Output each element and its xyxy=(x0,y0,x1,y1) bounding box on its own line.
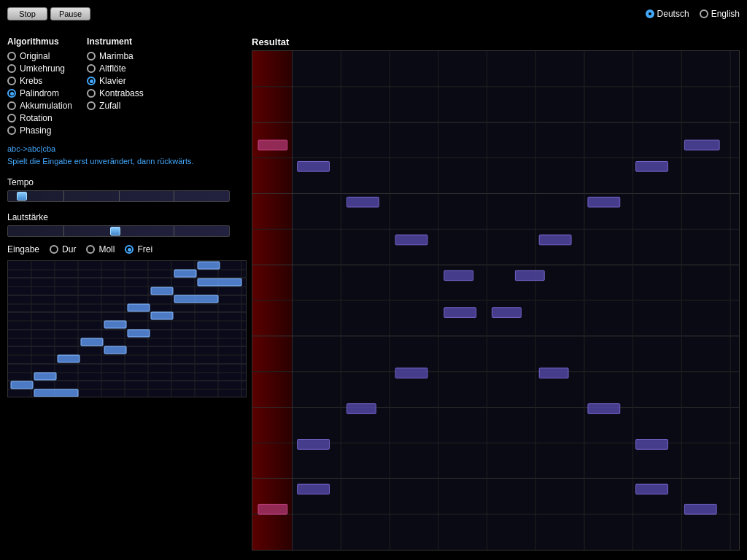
algo-rotation-radio[interactable] xyxy=(7,114,16,122)
input-note[interactable] xyxy=(104,346,126,354)
input-note[interactable] xyxy=(198,279,241,286)
instr-kontrabass[interactable]: Kontrabass xyxy=(87,88,144,98)
algorithmus-options: Original Umkehrung Krebs Palindrom Akkum… xyxy=(7,51,72,136)
algo-phasing-radio[interactable] xyxy=(7,126,16,135)
algo-palindrom[interactable]: Palindrom xyxy=(7,88,72,98)
input-note[interactable] xyxy=(11,381,33,389)
eingabe-label: Eingabe xyxy=(7,244,39,254)
mode-dur[interactable]: Dur xyxy=(50,244,76,254)
result-note xyxy=(588,197,620,207)
input-note[interactable] xyxy=(58,355,80,362)
algo-krebs[interactable]: Krebs xyxy=(7,76,72,86)
result-note xyxy=(636,440,668,450)
algo-akkumulation-radio[interactable] xyxy=(7,101,16,110)
lang-deutsch[interactable]: Deutsch xyxy=(646,9,689,19)
left-panel: Algorithmus Original Umkehrung Krebs Pal… xyxy=(7,36,248,553)
transport-controls: Stop Pause xyxy=(7,7,90,20)
result-note xyxy=(684,140,719,150)
top-bar: Stop Pause Deutsch English xyxy=(7,7,740,20)
algo-original[interactable]: Original xyxy=(7,51,72,61)
mode-moll-label: Moll xyxy=(98,244,115,254)
instr-marimba-radio[interactable] xyxy=(87,52,96,61)
input-note[interactable] xyxy=(128,330,150,337)
description-formula: abc->abc|cba xyxy=(7,143,248,155)
instr-kontrabass-label: Kontrabass xyxy=(99,88,144,98)
input-note[interactable] xyxy=(174,270,196,277)
instr-altfloete-radio[interactable] xyxy=(87,64,96,73)
algo-krebs-radio[interactable] xyxy=(7,77,16,85)
stop-button[interactable]: Stop xyxy=(7,7,47,20)
instr-altfloete-label: Altflöte xyxy=(99,63,126,74)
result-note xyxy=(298,440,330,450)
resultat-title: Resultat xyxy=(252,36,740,47)
result-note xyxy=(492,308,522,318)
algo-phasing[interactable]: Phasing xyxy=(7,125,72,136)
input-note[interactable] xyxy=(81,338,103,346)
result-note xyxy=(444,271,473,281)
algo-umkehrung-radio[interactable] xyxy=(7,64,16,73)
instr-klavier[interactable]: Klavier xyxy=(87,76,144,86)
right-panel: Resultat xyxy=(252,36,740,553)
deutsch-radio[interactable] xyxy=(646,9,654,18)
algo-phasing-label: Phasing xyxy=(20,125,51,136)
algorithmus-section: Algorithmus Original Umkehrung Krebs Pal… xyxy=(7,36,72,136)
instr-zufall[interactable]: Zufall xyxy=(87,101,144,111)
english-radio[interactable] xyxy=(700,9,708,18)
algo-rotation[interactable]: Rotation xyxy=(7,113,72,123)
algo-palindrom-radio[interactable] xyxy=(7,89,16,98)
algo-original-radio[interactable] xyxy=(7,52,16,61)
lautstaerke-track[interactable] xyxy=(7,225,230,237)
lautstaerke-section: Lautstärke xyxy=(7,212,248,237)
pause-button[interactable]: Pause xyxy=(50,7,90,20)
result-note xyxy=(684,504,716,514)
instr-klavier-radio[interactable] xyxy=(87,77,96,85)
input-note[interactable] xyxy=(128,304,150,311)
input-note[interactable] xyxy=(151,312,173,319)
result-note-pink xyxy=(258,140,287,150)
result-note xyxy=(539,368,568,378)
algo-instrument-row: Algorithmus Original Umkehrung Krebs Pal… xyxy=(7,36,248,136)
instrument-options: Marimba Altflöte Klavier Kontrabass Zufa… xyxy=(87,51,144,111)
mode-dur-radio[interactable] xyxy=(50,245,58,254)
input-piano-roll[interactable] xyxy=(7,260,247,397)
lautstaerke-thumb[interactable] xyxy=(110,227,120,236)
language-selector: Deutsch English xyxy=(646,9,740,19)
description-text: Spielt die Eingabe erst unverändert, dan… xyxy=(7,155,248,168)
result-note xyxy=(347,404,376,414)
result-note xyxy=(636,161,668,171)
input-note[interactable] xyxy=(198,262,220,269)
input-note[interactable] xyxy=(34,373,56,380)
lautstaerke-label: Lautstärke xyxy=(7,212,248,222)
algo-umkehrung[interactable]: Umkehrung xyxy=(7,63,72,74)
tempo-track[interactable] xyxy=(7,190,230,202)
deutsch-label: Deutsch xyxy=(657,9,689,19)
result-note xyxy=(395,368,427,378)
tempo-thumb[interactable] xyxy=(17,192,27,201)
algo-akkumulation[interactable]: Akkumulation xyxy=(7,101,72,111)
h-gridlines xyxy=(252,87,739,514)
instrument-title: Instrument xyxy=(87,36,144,47)
instr-marimba[interactable]: Marimba xyxy=(87,51,144,61)
input-note[interactable] xyxy=(34,389,78,397)
result-note xyxy=(588,404,620,414)
input-note[interactable] xyxy=(104,321,126,328)
input-note[interactable] xyxy=(151,287,173,295)
mode-moll[interactable]: Moll xyxy=(86,244,115,254)
result-note xyxy=(395,235,427,245)
mode-moll-radio[interactable] xyxy=(86,245,95,254)
instr-kontrabass-radio[interactable] xyxy=(87,89,96,98)
lang-english[interactable]: English xyxy=(700,9,740,19)
instr-zufall-radio[interactable] xyxy=(87,101,96,110)
input-note[interactable] xyxy=(174,295,218,303)
tempo-label: Tempo xyxy=(7,177,248,187)
instr-altfloete[interactable]: Altflöte xyxy=(87,63,144,74)
instrument-section: Instrument Marimba Altflöte Klavier Kont… xyxy=(87,36,144,136)
result-note xyxy=(539,235,571,245)
result-note xyxy=(298,484,330,494)
algo-original-label: Original xyxy=(20,51,50,61)
algo-palindrom-label: Palindrom xyxy=(20,88,59,98)
mode-frei-radio[interactable] xyxy=(125,245,133,254)
mode-frei[interactable]: Frei xyxy=(125,244,152,254)
eingabe-mode-row: Eingabe Dur Moll Frei xyxy=(7,244,248,254)
instr-klavier-label: Klavier xyxy=(99,76,126,86)
